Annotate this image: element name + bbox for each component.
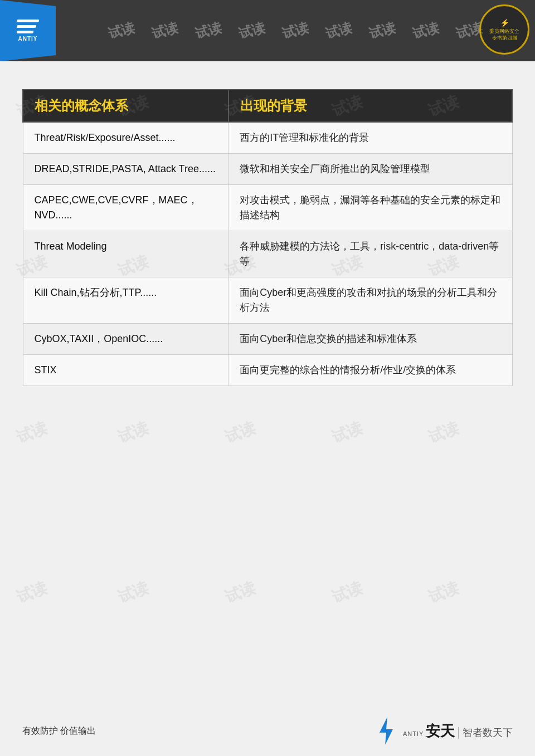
table-row: CAPEC,CWE,CVE,CVRF，MAEC，NVD......对攻击模式，脆…	[23, 185, 512, 231]
footer-lightning-icon	[375, 717, 397, 745]
table-cell-left: CybOX,TAXII，OpenIOC......	[23, 324, 228, 355]
footer: 有效防护 价值输出 ANTIY 安天 | 智者数天下	[0, 717, 535, 745]
table-cell-left: CAPEC,CWE,CVE,CVRF，MAEC，NVD......	[23, 185, 228, 231]
table-row: DREAD,STRIDE,PASTA, Attack Tree......微软和…	[23, 154, 512, 185]
header: ANTIY 试读 试读 试读 试读 试读 试读 试读 试读 试读 ⚡ 委员网络安…	[0, 0, 535, 61]
watermark-8: 试读	[411, 18, 441, 42]
watermark-3: 试读	[193, 18, 224, 42]
footer-right: ANTIY 安天 | 智者数天下	[375, 717, 513, 745]
table-cell-left: DREAD,STRIDE,PASTA, Attack Tree......	[23, 154, 228, 185]
body-watermark-18: 试读	[329, 578, 366, 608]
logo-text: ANTIY	[18, 36, 38, 42]
table-row: Threat/Risk/Exposure/Asset......西方的IT管理和…	[23, 122, 512, 154]
body-watermark-16: 试读	[115, 578, 152, 608]
main-content: 相关的概念体系 出现的背景 Threat/Risk/Exposure/Asset…	[0, 61, 535, 397]
col2-header: 出现的背景	[228, 90, 512, 122]
table-cell-left: Threat Modeling	[23, 231, 228, 277]
badge-text-1: 委员网络安全	[489, 28, 519, 35]
table-row: Threat Modeling各种威胁建模的方法论，工具，risk-centri…	[23, 231, 512, 277]
col1-header: 相关的概念体系	[23, 90, 228, 122]
watermark-5: 试读	[280, 18, 311, 42]
watermark-2: 试读	[150, 18, 181, 42]
table-cell-right: 面向Cyber和信息交换的描述和标准体系	[228, 324, 512, 355]
concept-table: 相关的概念体系 出现的背景 Threat/Risk/Exposure/Asset…	[22, 89, 513, 386]
table-cell-left: STIX	[23, 355, 228, 386]
body-watermark-19: 试读	[425, 578, 462, 608]
body-watermark-17: 试读	[222, 578, 259, 608]
body-watermark-13: 试读	[329, 418, 366, 448]
badge-text-2: 令书第四届	[492, 35, 517, 42]
logo-line-2	[16, 25, 36, 28]
footer-logo-sub: 智者数天下	[463, 726, 513, 739]
badge-circle: ⚡ 委员网络安全 令书第四届	[479, 4, 529, 55]
badge-logo-icon: ⚡	[500, 18, 509, 29]
body-watermark-11: 试读	[115, 418, 152, 448]
table-cell-right: 面向Cyber和更高强度的攻击和对抗的场景的分析工具和分析方法	[228, 277, 512, 324]
footer-slogan: 有效防护 价值输出	[22, 725, 96, 737]
logo-line-3	[16, 31, 33, 33]
svg-marker-0	[380, 717, 393, 745]
header-watermark-area: 试读 试读 试读 试读 试读 试读 试读 试读 试读	[56, 22, 535, 40]
table-header-row: 相关的概念体系 出现的背景	[23, 90, 512, 122]
table-cell-left: Kill Chain,钻石分析,TTP......	[23, 277, 228, 324]
body-watermark-10: 试读	[13, 418, 50, 448]
table-cell-right: 对攻击模式，脆弱点，漏洞等各种基础的安全元素的标定和描述结构	[228, 185, 512, 231]
table-cell-left: Threat/Risk/Exposure/Asset......	[23, 122, 228, 154]
table-cell-right: 西方的IT管理和标准化的背景	[228, 122, 512, 154]
body-watermark-12: 试读	[222, 418, 259, 448]
body-watermark-15: 试读	[13, 578, 50, 608]
watermark-4: 试读	[237, 18, 268, 42]
watermark-1: 试读	[106, 18, 137, 42]
table-row: Kill Chain,钻石分析,TTP......面向Cyber和更高强度的攻击…	[23, 277, 512, 324]
footer-separator: |	[457, 725, 460, 739]
logo: ANTIY	[0, 0, 56, 61]
table-cell-right: 微软和相关安全厂商所推出的风险管理模型	[228, 154, 512, 185]
table-cell-right: 面向更完整的综合性的情报分析/作业/交换的体系	[228, 355, 512, 386]
watermark-7: 试读	[367, 18, 398, 42]
body-watermark-14: 试读	[425, 418, 462, 448]
footer-antiy-small: ANTIY	[403, 730, 424, 737]
footer-logo-group: ANTIY 安天 | 智者数天下	[403, 721, 513, 741]
logo-line-1	[16, 19, 39, 22]
footer-logo-text: 安天	[426, 721, 455, 741]
table-row: STIX面向更完整的综合性的情报分析/作业/交换的体系	[23, 355, 512, 386]
header-badge: ⚡ 委员网络安全 令书第四届	[479, 4, 529, 55]
table-row: CybOX,TAXII，OpenIOC......面向Cyber和信息交换的描述…	[23, 324, 512, 355]
table-cell-right: 各种威胁建模的方法论，工具，risk-centric，data-driven等等	[228, 231, 512, 277]
watermark-6: 试读	[324, 18, 354, 42]
logo-lines	[17, 19, 39, 33]
